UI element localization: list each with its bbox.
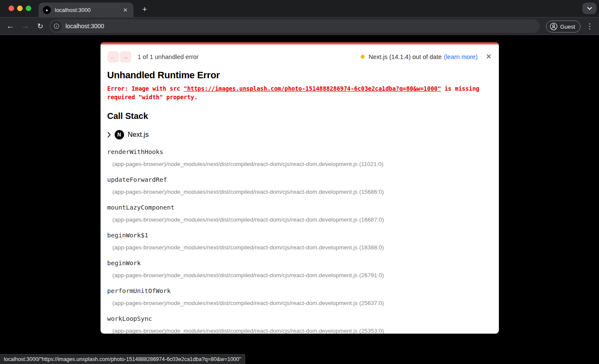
window-close-button[interactable] <box>9 6 14 11</box>
nextjs-logo-icon: N <box>115 130 124 139</box>
error-pagination-controls: ← → <box>107 51 131 62</box>
status-bar-link-preview: localhost:3000/"https://images.unsplash.… <box>0 354 245 364</box>
warning-dot-icon <box>361 55 365 59</box>
profile-button[interactable]: Guest <box>546 21 581 33</box>
nextjs-error-overlay: ← → 1 of 1 unhandled error Next.js (14.1… <box>101 42 499 334</box>
tab-close-icon[interactable]: ✕ <box>122 6 129 14</box>
vercel-favicon-icon: ▲ <box>43 6 51 14</box>
version-text: Next.js (14.1.4) out of date <box>368 53 442 60</box>
previous-error-button[interactable]: ← <box>107 51 119 62</box>
tab-search-button[interactable] <box>582 3 596 14</box>
stack-frame: workLoopSync (app-pages-browser)/node_mo… <box>107 315 492 334</box>
site-info-icon[interactable] <box>51 21 62 32</box>
stack-frame-location: (app-pages-browser)/node_modules/next/di… <box>113 161 492 167</box>
stack-frame-location: (app-pages-browser)/node_modules/next/di… <box>113 300 492 306</box>
stack-frame-location: (app-pages-browser)/node_modules/next/di… <box>113 244 492 251</box>
chevron-right-icon <box>107 132 111 138</box>
stack-frame-location: (app-pages-browser)/node_modules/next/di… <box>113 272 492 278</box>
stack-frame-name: workLoopSync <box>107 315 492 322</box>
error-message-prefix: Error: Image with src <box>107 85 184 92</box>
version-notice: Next.js (14.1.4) out of date (learn more… <box>361 53 477 60</box>
stack-frame-location: (app-pages-browser)/node_modules/next/di… <box>113 216 492 223</box>
tab-title: localhost:3000 <box>55 7 122 13</box>
profile-label: Guest <box>560 24 575 30</box>
chevron-down-icon <box>587 7 592 10</box>
learn-more-link[interactable]: (learn more) <box>444 53 477 60</box>
window-zoom-button[interactable] <box>26 6 31 11</box>
arrow-left-icon: ← <box>110 53 116 60</box>
stack-frames: renderWithHooks (app-pages-browser)/node… <box>107 148 492 334</box>
stack-frame-location: (app-pages-browser)/node_modules/next/di… <box>113 189 492 195</box>
stack-frame: renderWithHooks (app-pages-browser)/node… <box>107 148 492 167</box>
stack-frame: beginWork (app-pages-browser)/node_modul… <box>107 260 492 278</box>
stack-frame: mountLazyComponent (app-pages-browser)/n… <box>107 204 492 223</box>
stack-frame-name: beginWork$1 <box>107 232 492 239</box>
window-minimize-button[interactable] <box>17 6 23 11</box>
next-error-button[interactable]: → <box>120 51 131 62</box>
error-title: Unhandled Runtime Error <box>107 70 492 81</box>
call-stack-group-toggle[interactable]: N Next.js <box>107 130 492 139</box>
error-count-label: 1 of 1 unhandled error <box>138 53 199 60</box>
stack-frame-location: (app-pages-browser)/node_modules/next/di… <box>113 328 492 334</box>
stack-frame: updateForwardRef (app-pages-browser)/nod… <box>107 176 492 195</box>
stack-frame-name: updateForwardRef <box>107 176 492 183</box>
back-button[interactable]: ← <box>3 18 17 35</box>
stack-frame-name: renderWithHooks <box>107 148 492 155</box>
call-stack-group-label: Next.js <box>128 131 149 139</box>
person-icon <box>550 23 557 30</box>
overlay-header: ← → 1 of 1 unhandled error Next.js (14.1… <box>107 51 492 62</box>
close-overlay-icon[interactable]: ✕ <box>486 53 492 60</box>
address-bar[interactable]: localhost:3000 <box>49 19 540 33</box>
url-text[interactable]: localhost:3000 <box>65 23 104 30</box>
reload-button[interactable]: ↻ <box>33 18 47 35</box>
browser-toolbar: ← → ↻ localhost:3000 Guest ⋮ <box>0 17 599 35</box>
stack-frame: performUnitOfWork (app-pages-browser)/no… <box>107 287 492 306</box>
new-tab-button[interactable]: + <box>139 3 151 15</box>
arrow-right-icon: → <box>122 53 129 60</box>
browser-menu-icon[interactable]: ⋮ <box>584 19 596 33</box>
stack-frame-name: mountLazyComponent <box>107 204 492 211</box>
browser-tab-strip: ▲ localhost:3000 ✕ + <box>0 0 599 17</box>
stack-frame: beginWork$1 (app-pages-browser)/node_mod… <box>107 232 492 251</box>
stack-frame-name: beginWork <box>107 260 492 266</box>
page-content: ← → 1 of 1 unhandled error Next.js (14.1… <box>0 35 599 364</box>
error-src-link[interactable]: "https://images.unsplash.com/photo-15148… <box>184 85 441 92</box>
browser-tab[interactable]: ▲ localhost:3000 ✕ <box>39 3 133 17</box>
call-stack-heading: Call Stack <box>107 111 492 121</box>
error-message: Error: Image with src "https://images.un… <box>107 85 492 101</box>
forward-button: → <box>18 18 32 35</box>
overlay-body: ← → 1 of 1 unhandled error Next.js (14.1… <box>101 44 499 334</box>
stack-frame-name: performUnitOfWork <box>107 287 492 294</box>
